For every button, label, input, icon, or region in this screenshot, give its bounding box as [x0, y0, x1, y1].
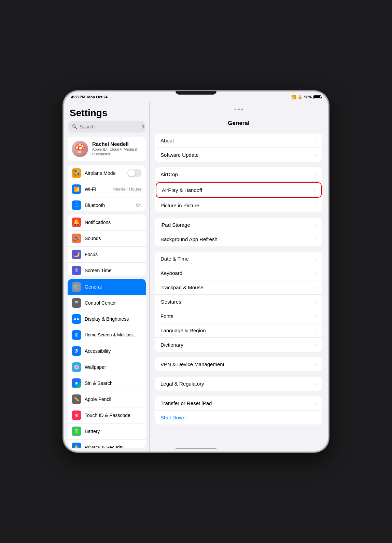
battery-icon	[313, 95, 321, 99]
home-indicator	[176, 448, 216, 449]
legal-chevron: ›	[315, 381, 317, 387]
screentime-label: Screen Time	[85, 268, 142, 273]
search-input[interactable]	[80, 124, 139, 129]
vpn-label: VPN & Device Management	[160, 361, 314, 367]
language-chevron: ›	[315, 328, 317, 333]
battery-settings-icon: 🔋	[72, 427, 81, 436]
airplay-handoff-chevron: ›	[314, 187, 316, 193]
settings-row-background-refresh[interactable]: Background App Refresh ›	[155, 232, 322, 246]
sidebar-item-general[interactable]: ⚙️ General	[68, 279, 146, 295]
sidebar: Settings 🔍 🎙 🍄 Rachel Needell Apple ID, …	[64, 102, 150, 451]
focus-icon: 🌙	[72, 250, 81, 259]
battery-fill	[314, 96, 320, 98]
sidebar-item-privacy[interactable]: ✋ Privacy & Security	[68, 440, 146, 448]
wifi-icon: 📶	[291, 95, 296, 99]
screen: 4:38 PM Mon Oct 24 📶 🔒 98% Settings 🔍	[64, 92, 328, 451]
settings-row-airplay-handoff[interactable]: AirPlay & Handoff ›	[156, 182, 322, 198]
sidebar-item-screentime[interactable]: ⏱ Screen Time	[68, 263, 146, 276]
controlcenter-icon: ☰	[72, 298, 81, 308]
trackpad-chevron: ›	[315, 285, 317, 290]
shutdown-label: Shut Down	[160, 415, 185, 420]
sidebar-item-wallpaper[interactable]: 🌸 Wallpaper	[68, 359, 146, 375]
pip-chevron: ›	[315, 203, 317, 208]
wifi-settings-icon: 📶	[72, 184, 81, 194]
airplane-toggle[interactable]	[127, 169, 142, 177]
bluetooth-value: On	[136, 203, 142, 208]
settings-row-keyboard[interactable]: Keyboard ›	[155, 266, 322, 280]
accessibility-icon: ♿	[72, 346, 81, 356]
settings-row-software-update[interactable]: Software Update ›	[155, 148, 322, 162]
profile-info: Rachel Needell Apple ID, iCloud+, Media …	[92, 141, 142, 157]
settings-row-language[interactable]: Language & Region ›	[155, 323, 322, 338]
settings-group-airplay: AirDrop › AirPlay & Handoff › Picture in…	[155, 167, 322, 212]
toggle-knob	[128, 169, 135, 177]
right-panel: General About › Software Update ›	[150, 102, 328, 451]
applepencil-icon: ✏️	[72, 394, 81, 404]
settings-row-ipad-storage[interactable]: iPad Storage ›	[155, 218, 322, 232]
sidebar-item-homescreen[interactable]: ⊞ Home Screen & Multitas...	[68, 327, 146, 343]
settings-row-date-time[interactable]: Date & Time ›	[155, 252, 322, 266]
main-content: Settings 🔍 🎙 🍄 Rachel Needell Apple ID, …	[64, 102, 328, 451]
displaybrightness-icon: AA	[72, 314, 81, 324]
wifi-label: Wi-Fi	[85, 186, 109, 192]
settings-row-transfer[interactable]: Transfer or Reset iPad ›	[155, 396, 322, 410]
date-time-chevron: ›	[315, 256, 317, 262]
wallpaper-icon: 🌸	[72, 362, 81, 372]
fonts-label: Fonts	[160, 313, 314, 319]
about-chevron: ›	[315, 138, 317, 143]
settings-row-shutdown[interactable]: Shut Down	[155, 410, 322, 424]
sidebar-item-siri[interactable]: ◉ Siri & Search	[68, 375, 146, 391]
notifications-icon: 🔔	[72, 218, 81, 227]
language-label: Language & Region	[160, 328, 314, 333]
wifi-value: Needell House	[113, 186, 142, 192]
siri-icon: ◉	[72, 378, 81, 388]
sidebar-item-applepencil[interactable]: ✏️ Apple Pencil	[68, 391, 146, 407]
device: 4:38 PM Mon Oct 24 📶 🔒 98% Settings 🔍	[63, 90, 329, 452]
keyboard-chevron: ›	[315, 270, 317, 276]
sidebar-item-notifications[interactable]: 🔔 Notifications	[68, 214, 146, 231]
settings-group-reset: Transfer or Reset iPad › Shut Down	[155, 396, 322, 424]
sidebar-item-touchid[interactable]: ⊕ Touch ID & Passcode	[68, 407, 146, 423]
sidebar-item-displaybrightness[interactable]: AA Display & Brightness	[68, 311, 146, 327]
profile-card[interactable]: 🍄 Rachel Needell Apple ID, iCloud+, Medi…	[68, 137, 146, 161]
settings-row-trackpad[interactable]: Trackpad & Mouse ›	[155, 280, 322, 295]
airplay-handoff-label: AirPlay & Handoff	[162, 187, 312, 193]
sidebar-item-controlcenter[interactable]: ☰ Control Center	[68, 295, 146, 311]
settings-row-legal[interactable]: Legal & Regulatory ›	[155, 377, 322, 391]
applepencil-label: Apple Pencil	[85, 396, 142, 402]
sidebar-item-airplane[interactable]: ✈️ Airplane Mode	[68, 165, 146, 181]
trackpad-label: Trackpad & Mouse	[160, 284, 314, 290]
sidebar-item-battery[interactable]: 🔋 Battery	[68, 423, 146, 440]
status-date: Mon Oct 24	[87, 95, 108, 99]
sidebar-item-bluetooth[interactable]: ⬡ Bluetooth On	[68, 197, 146, 211]
siri-label: Siri & Search	[85, 380, 142, 386]
settings-row-vpn[interactable]: VPN & Device Management ›	[155, 357, 322, 371]
transfer-label: Transfer or Reset iPad	[160, 400, 314, 406]
sidebar-item-sounds[interactable]: 🔊 Sounds	[68, 231, 146, 247]
settings-group-about: About › Software Update ›	[155, 134, 322, 162]
status-right: 📶 🔒 98%	[291, 95, 321, 99]
sounds-icon: 🔊	[72, 234, 81, 243]
lock-icon: 🔒	[298, 95, 303, 99]
search-icon: 🔍	[72, 124, 78, 129]
screentime-icon: ⏱	[72, 266, 81, 275]
settings-row-pip[interactable]: Picture in Picture ›	[155, 198, 322, 212]
sidebar-item-focus[interactable]: 🌙 Focus	[68, 247, 146, 263]
panel-dots	[235, 109, 243, 110]
settings-row-fonts[interactable]: Fonts ›	[155, 309, 322, 323]
search-bar[interactable]: 🔍 🎙	[68, 121, 145, 133]
software-update-chevron: ›	[315, 152, 317, 158]
settings-row-about[interactable]: About ›	[155, 134, 322, 148]
settings-row-dictionary[interactable]: Dictionary ›	[155, 338, 322, 352]
sidebar-item-wifi[interactable]: 📶 Wi-Fi Needell House	[68, 181, 146, 197]
software-update-label: Software Update	[160, 152, 314, 158]
settings-row-airdrop[interactable]: AirDrop ›	[155, 167, 322, 182]
status-left: 4:38 PM Mon Oct 24	[71, 95, 108, 99]
controlcenter-label: Control Center	[85, 300, 142, 306]
bluetooth-label: Bluetooth	[85, 203, 132, 208]
transfer-chevron: ›	[315, 401, 317, 406]
camera-bar	[176, 91, 216, 95]
sidebar-item-accessibility[interactable]: ♿ Accessibility	[68, 343, 146, 359]
settings-row-gestures[interactable]: Gestures ›	[155, 295, 322, 309]
privacy-icon: ✋	[72, 443, 81, 448]
